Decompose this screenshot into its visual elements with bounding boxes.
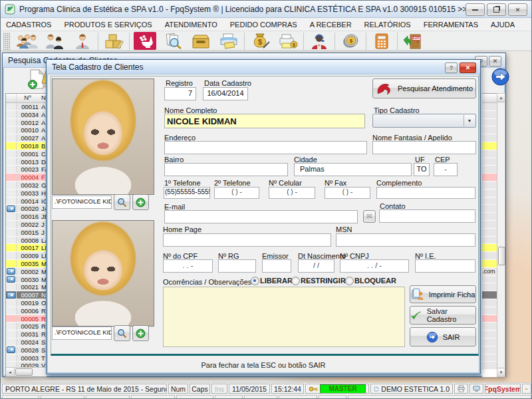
ie-field[interactable] bbox=[415, 259, 475, 273]
grid-row-00014[interactable]: 00014IG bbox=[6, 198, 47, 205]
cpf-field[interactable]: . . - bbox=[163, 259, 213, 273]
support-attendant-icon[interactable] bbox=[305, 32, 333, 51]
email-field[interactable] bbox=[164, 210, 358, 223]
toolbar-grip[interactable] bbox=[3, 33, 10, 50]
clients-group-icon[interactable] bbox=[13, 32, 41, 51]
search-close-button[interactable]: ✕ bbox=[489, 56, 501, 66]
grid-row-00021[interactable]: 00021M bbox=[6, 283, 47, 291]
dialog-titlebar[interactable]: Tela Cadastro de Clientes ? ✕ bbox=[47, 60, 480, 74]
menu-cadastros[interactable]: CADASTROS bbox=[6, 21, 51, 29]
grid-row-00028[interactable]: 00028S bbox=[6, 346, 47, 354]
hscroll-thumb[interactable] bbox=[15, 368, 33, 376]
uf-field[interactable]: TO bbox=[414, 163, 430, 176]
grid-row-00032[interactable]: 00032G bbox=[6, 182, 47, 190]
menu-atendimento[interactable]: ATENDIMENTO bbox=[165, 21, 217, 29]
menu-ajuda[interactable]: AJUDA bbox=[491, 21, 515, 29]
bairro-field[interactable] bbox=[164, 163, 288, 176]
grid-vscrollbar[interactable]: ▲ ▼ bbox=[497, 93, 505, 377]
menu-relatorios[interactable]: RELATÓRIOS bbox=[364, 21, 411, 29]
data-cadastro-field[interactable]: 16/04/2014 bbox=[203, 87, 248, 100]
main-titlebar[interactable]: Programa Clinica de Estética e SPA v1.0 … bbox=[1, 1, 532, 18]
rg-field[interactable] bbox=[218, 259, 256, 273]
dialog-help-button[interactable]: ? bbox=[445, 63, 458, 73]
grid-row-00019[interactable]: 00019O bbox=[6, 299, 47, 307]
radio-restringir[interactable] bbox=[291, 277, 300, 285]
scroll-down-icon[interactable]: ▼ bbox=[497, 368, 505, 376]
grid-row-00003[interactable]: 00003T bbox=[6, 354, 47, 362]
search-next-button[interactable] bbox=[491, 67, 510, 86]
salvar-cadastro-button[interactable]: Salvar Cadastro bbox=[410, 306, 476, 325]
grid-row-00008[interactable]: 00008LA bbox=[6, 237, 47, 245]
grid-row-00018[interactable]: 00018B bbox=[6, 142, 47, 150]
telefone1-field[interactable]: (55)55555-5555 bbox=[164, 187, 210, 199]
grid-row-00033[interactable]: 00033H bbox=[6, 190, 47, 198]
contato-field[interactable] bbox=[379, 209, 475, 223]
grid-row-00024[interactable]: 00024S bbox=[6, 338, 47, 346]
radio-liberar[interactable] bbox=[251, 277, 259, 285]
grid-row-00022[interactable]: 00022J bbox=[6, 221, 47, 229]
photo-path-field-2[interactable]: .\FOTO\NICOLE KIDM bbox=[52, 327, 112, 340]
scroll-up-icon[interactable]: ▲ bbox=[497, 94, 505, 102]
grid-row-00009[interactable]: 00009LI bbox=[6, 252, 47, 260]
msn-field[interactable] bbox=[336, 233, 475, 247]
grid-row-00027[interactable]: 00027A bbox=[6, 134, 47, 142]
cidade-field[interactable]: Palmas bbox=[294, 163, 412, 176]
menu-pedido-compras[interactable]: PEDIDO COMPRAS bbox=[230, 21, 297, 29]
complemento-field[interactable] bbox=[376, 187, 475, 199]
products-packages-icon[interactable] bbox=[100, 32, 128, 51]
send-email-button[interactable]: ✉ bbox=[363, 210, 376, 223]
photo-zoom-button-2[interactable] bbox=[114, 325, 130, 341]
grid-row-00013[interactable]: 00013D bbox=[6, 158, 47, 166]
print-documents-icon[interactable] bbox=[215, 32, 243, 51]
grid-row-00002[interactable]: 00002M bbox=[6, 268, 47, 276]
fax-field[interactable]: ( ) - bbox=[325, 187, 370, 199]
menu-a-receber[interactable]: A RECEBER bbox=[310, 21, 352, 29]
grid-hscrollbar[interactable]: ◄ bbox=[6, 367, 47, 376]
telefone2-field[interactable]: ( ) - bbox=[214, 187, 259, 199]
cnpj-field[interactable]: . . / - bbox=[340, 259, 409, 273]
menu-ferramentas[interactable]: FERRAMENTAS bbox=[424, 21, 478, 29]
scroll-left-icon[interactable]: ◄ bbox=[6, 368, 15, 376]
grid-row-00004[interactable]: 00004F bbox=[6, 174, 47, 182]
imprimir-ficha-button[interactable]: Imprimir Ficha bbox=[410, 285, 476, 303]
restore-button[interactable] bbox=[487, 3, 506, 16]
grid-row-00017[interactable]: 00017LI bbox=[6, 244, 47, 252]
grid-row-00007[interactable]: 00007N bbox=[6, 291, 47, 299]
status-printer[interactable] bbox=[454, 384, 468, 394]
tipo-cadastro-dropdown[interactable]: ▼ bbox=[372, 114, 476, 128]
photo-add-button-1[interactable] bbox=[132, 194, 149, 210]
grid-row-00031[interactable]: 00031R bbox=[6, 331, 47, 338]
grid-row-00023[interactable]: 00023FA bbox=[6, 166, 47, 174]
grid-row-00012[interactable]: 00012A bbox=[6, 119, 47, 127]
dialog-close-button[interactable]: ✕ bbox=[460, 63, 476, 73]
photo-zoom-button-1[interactable] bbox=[114, 194, 130, 210]
celular-field[interactable]: ( ) - bbox=[269, 187, 315, 199]
close-button[interactable]: ✕ bbox=[508, 3, 527, 16]
client-single-icon[interactable] bbox=[68, 32, 96, 51]
sair-button[interactable]: SAIR bbox=[410, 327, 476, 346]
grid-row-00005[interactable]: 00005R bbox=[6, 315, 47, 323]
photo-path-field-1[interactable]: .\FOTO\NICOLE KIDM bbox=[52, 196, 112, 209]
registro-field[interactable]: 7 bbox=[164, 87, 196, 100]
observacoes-textarea[interactable] bbox=[163, 287, 405, 347]
menu-produtos-servicos[interactable]: PRODUTOS E SERVIÇOS bbox=[64, 21, 152, 29]
homepage-field[interactable] bbox=[163, 233, 331, 247]
grid-row-00006[interactable]: 00006R bbox=[6, 307, 47, 315]
nome-completo-field[interactable]: NICOLE KIDMAN bbox=[164, 114, 365, 128]
grid-row-00020[interactable]: 00020JA bbox=[6, 205, 47, 213]
grid-row-00011[interactable]: 00011A bbox=[6, 103, 47, 111]
money-bag-icon[interactable]: $ bbox=[246, 32, 274, 51]
search-documents-icon[interactable] bbox=[159, 32, 187, 51]
cep-field[interactable]: - bbox=[434, 163, 458, 176]
clients-pair-icon[interactable] bbox=[41, 32, 68, 51]
grid-row-00001[interactable]: 00001C bbox=[6, 150, 47, 158]
nome-fantasia-field[interactable] bbox=[372, 141, 476, 154]
grid-row-00025[interactable]: 00025R bbox=[6, 323, 47, 331]
spa-services-icon[interactable] bbox=[131, 32, 159, 51]
endereco-field[interactable] bbox=[164, 141, 367, 154]
chevron-down-icon[interactable]: ▼ bbox=[464, 115, 475, 126]
grid-row-00030[interactable]: 00030M bbox=[6, 276, 47, 284]
grid-row-00035[interactable]: 00035M bbox=[6, 260, 47, 268]
grid-row-00010[interactable]: 00010A bbox=[6, 126, 47, 134]
emissor-field[interactable] bbox=[262, 259, 291, 273]
